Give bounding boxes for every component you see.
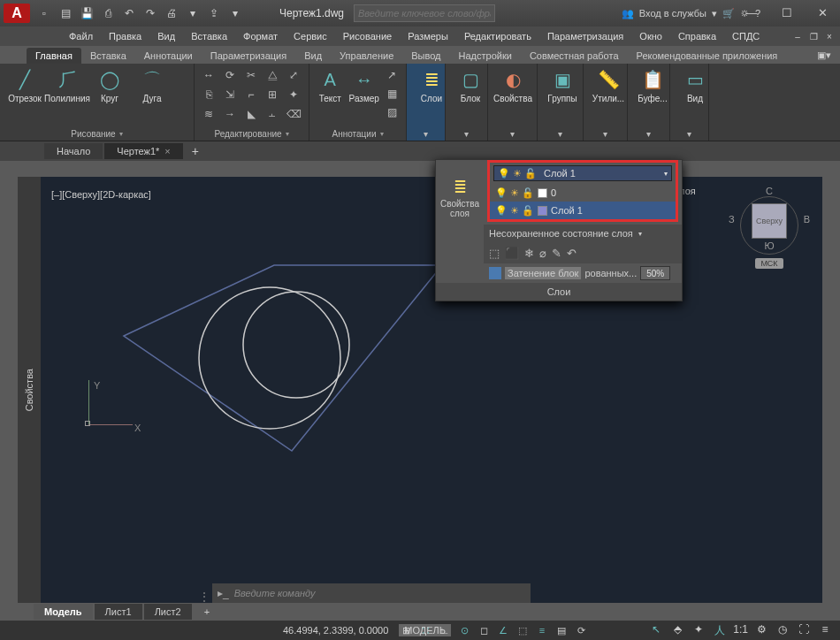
tab-annotate[interactable]: Аннотации [135,48,202,64]
transparency-icon[interactable]: ▤ [554,622,569,638]
app-logo[interactable]: A [4,4,30,23]
sb-fullscreen-icon[interactable]: ⛶ [796,623,812,638]
menu-file[interactable]: Файл [62,29,100,43]
layer-row-0[interactable]: 💡☀🔓 0 [490,184,676,202]
menu-draw[interactable]: Рисование [336,29,399,43]
redo-icon[interactable]: ↷ [141,4,159,22]
mdi-restore-icon[interactable]: ❐ [806,30,821,42]
block-alpha-input[interactable] [640,266,670,280]
tab-collab[interactable]: Совместная работа [521,48,628,64]
block-swatch-icon[interactable] [489,267,501,279]
status-coords[interactable]: 46.4994, 2.3399, 0.0000 [283,625,388,636]
sidebar-properties[interactable]: Свойства [18,177,41,603]
tab-manage[interactable]: Управление [331,48,402,64]
menu-help[interactable]: Справка [671,29,723,43]
panel-title-draw[interactable]: Рисование [5,127,188,141]
tab-sheet1[interactable]: Лист1 [95,604,142,620]
sb-scale[interactable]: 1:1 [733,623,748,638]
hatch-icon[interactable]: ▨ [383,104,401,120]
layer-lock-icon[interactable]: 🔓 [522,187,534,199]
layer-state-combo[interactable]: Несохраненное состояние слоя [484,225,682,242]
array-icon[interactable]: ⊞ [263,87,281,103]
layer-iso-icon[interactable]: ⬚ [489,247,500,260]
filetab-start[interactable]: Начало [44,143,103,159]
sb-cursor-icon[interactable]: ↖ [648,623,664,638]
panel-title-layers-arrow[interactable]: ▾ [412,127,439,141]
layer-lock-icon[interactable]: 🔓 [524,168,537,179]
trim-icon[interactable]: ✂ [242,67,260,83]
viewcube-e[interactable]: В [804,214,810,225]
leader-icon[interactable]: ↗ [383,67,401,83]
tab-add-layout-icon[interactable]: + [194,604,220,620]
layer-freeze-icon[interactable]: ☀ [510,205,519,217]
panel-title-block[interactable]: ▾ [451,127,482,141]
fillet-icon[interactable]: ⌐ [242,87,260,103]
filetab-current[interactable]: Чертеж1*× [104,143,182,159]
plot-icon[interactable]: 🖨 [163,4,180,22]
tool-clipboard[interactable]: 📋Буфе... [633,67,672,103]
scale-icon[interactable]: ⤢ [285,67,302,83]
user-icon[interactable]: 👥 [622,8,634,19]
mdi-close-icon[interactable]: × [822,30,836,42]
sb-anno-icon[interactable]: ✦ [691,623,706,638]
cycling-icon[interactable]: ⟳ [573,622,589,638]
layer-prev-icon[interactable]: ↶ [567,247,577,260]
tool-properties[interactable]: ◐Свойства [493,67,532,103]
layer-freeze-icon[interactable]: ☀ [513,168,522,179]
tab-output[interactable]: Вывод [402,48,449,64]
rotate-icon[interactable]: ⟳ [221,67,239,83]
tool-dimension[interactable]: ↔Размер [349,67,380,120]
layer-on-icon[interactable]: 💡 [495,187,508,199]
explode-icon[interactable]: ✦ [285,87,302,103]
tab-insert[interactable]: Вставка [81,48,135,64]
align-icon[interactable]: ⫠ [263,106,281,122]
panel-title-view[interactable]: ▾ [676,127,703,141]
menu-parametric[interactable]: Параметризация [540,29,630,43]
erase-icon[interactable]: ⌫ [285,106,302,122]
tab-model[interactable]: Модель [34,604,93,620]
undo-icon[interactable]: ↶ [120,4,138,22]
menu-modify[interactable]: Редактировать [457,29,538,43]
panel-title-modify[interactable]: Редактирование [200,127,303,141]
maximize-button[interactable]: ☐ [769,0,805,25]
layer-match-icon[interactable]: ✎ [552,247,561,260]
ortho-icon[interactable]: ∟ [437,622,453,638]
mirror-icon[interactable]: ⧋ [263,67,281,83]
filetab-close-icon[interactable]: × [164,146,170,156]
tool-line[interactable]: ╱Отрезок [5,67,44,103]
tab-addins[interactable]: Надстройки [450,48,521,64]
share-icon[interactable]: ⇪ [205,4,223,22]
minimize-button[interactable]: — [734,0,769,25]
tool-utilities[interactable]: 📏Утили... [589,67,628,103]
signin-arrow-icon[interactable]: ▾ [712,8,717,19]
tab-home[interactable]: Главная [27,48,81,64]
panel-title-annot[interactable]: Аннотации [315,127,401,141]
viewcube-w[interactable]: З [729,214,735,225]
close-button[interactable]: ✕ [805,0,840,25]
panel-title-util[interactable]: ▾ [589,127,622,141]
tab-view[interactable]: Вид [295,48,331,64]
tool-polyline[interactable]: ⺁Полилиния [48,67,87,103]
qat-arrow-icon[interactable]: ▾ [226,4,244,22]
osnap-icon[interactable]: ◻ [476,622,492,638]
saveas-icon[interactable]: ⎙ [99,4,117,22]
layer-properties-button[interactable]: ≣ Свойства слоя [436,160,484,283]
lineweight-icon[interactable]: ≡ [534,622,550,638]
layer-uniso-icon[interactable]: ⬛ [505,247,519,260]
layer-freeze-tool-icon[interactable]: ❄ [524,247,534,260]
extend-icon[interactable]: → [221,106,239,122]
offset-icon[interactable]: ≋ [200,106,218,122]
menu-edit[interactable]: Правка [102,29,149,43]
track-icon[interactable]: ∠ [495,622,511,638]
viewcube-n[interactable]: С [766,186,773,196]
tab-sheet2[interactable]: Лист2 [144,604,192,620]
layer-off-icon[interactable]: ⌀ [539,247,546,260]
new-icon[interactable]: ▫ [35,4,53,22]
move-icon[interactable]: ↔ [200,67,218,83]
menu-dimension[interactable]: Размеры [401,29,455,43]
layer-row-1[interactable]: 💡☀🔓 Слой 1 [490,202,676,219]
sb-customize-icon[interactable]: ≡ [817,623,833,638]
cart-icon[interactable]: 🛒 [722,8,735,19]
mdi-minimize-icon[interactable]: – [790,30,805,42]
viewcube-wcs[interactable]: МСК [755,258,783,269]
